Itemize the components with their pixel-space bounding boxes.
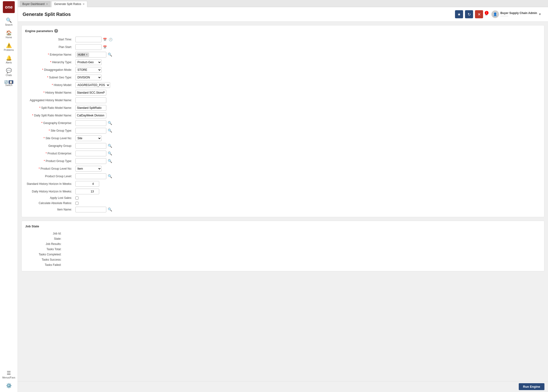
settings-icon: ⚙️ — [6, 383, 12, 388]
notification-badge: 1 — [485, 11, 489, 15]
sidebar-item-menus-label: Menus/Favs — [2, 376, 15, 379]
tab-bar: Buyer Dashboard ✕ Generate Split Ratios … — [18, 0, 548, 7]
item-name-search-button[interactable]: 🔍 — [107, 207, 113, 212]
site-group-type-input[interactable] — [75, 128, 106, 133]
enterprise-name-tag-input[interactable]: HUB4 ✕ — [75, 52, 106, 57]
state-label: State: — [25, 236, 63, 241]
field-aggregated-history-model-name: Aggregated History Model Name: — [25, 97, 541, 104]
plan-start-calendar-button[interactable]: 📅 — [102, 45, 107, 49]
plan-start-input[interactable] — [75, 44, 101, 50]
geography-enterprise-label: Geography Enterprise: — [25, 119, 74, 127]
sidebar-item-search[interactable]: 🔍 Search — [0, 15, 18, 28]
calculate-absolute-ratios-checkbox[interactable] — [75, 202, 79, 205]
user-profile[interactable]: 👤 Buyer Supply Chain Admin ············ … — [490, 9, 543, 19]
logo-text: one — [5, 5, 13, 10]
product-enterprise-search-button[interactable]: 🔍 — [107, 151, 113, 156]
field-apply-lost-sales: Apply Lost Sales: — [25, 195, 541, 201]
field-product-enterprise: Product Enterprise: 🔍 — [25, 150, 541, 157]
aggregated-history-model-name-input[interactable] — [75, 98, 106, 103]
product-group-type-input[interactable] — [75, 158, 106, 164]
tasks-failed-row: Tasks Failed: — [25, 262, 541, 267]
site-group-type-search-button[interactable]: 🔍 — [107, 128, 113, 133]
start-time-input[interactable] — [75, 37, 101, 42]
standard-history-horizon-input[interactable] — [75, 181, 99, 187]
tab-buyer-dashboard-close[interactable]: ✕ — [46, 3, 48, 6]
sidebar-item-home-label: Home — [6, 36, 12, 39]
subnet-geo-type-select[interactable]: DIVISION STORE DC — [75, 75, 101, 80]
sidebar-item-home[interactable]: 🏠 Home — [0, 28, 18, 41]
product-group-level-no-select[interactable]: Item Class Dept — [75, 166, 101, 172]
enterprise-name-search-button[interactable]: 🔍 — [107, 52, 113, 57]
product-group-level-search-button[interactable]: 🔍 — [107, 174, 113, 179]
job-id-row: Job Id: — [25, 231, 541, 236]
geography-enterprise-input[interactable] — [75, 120, 106, 126]
engine-parameters-form: Start Time: 📅 🕐 Plan Start: — [25, 36, 541, 213]
field-split-ratio-model-name: Split Ratio Model Name: — [25, 104, 541, 112]
apply-lost-sales-checkbox[interactable] — [75, 196, 79, 200]
sidebar: one 🔍 Search 🏠 Home ⚠️ Problems 🔔 Alerts… — [0, 0, 18, 392]
start-time-label: Start Time: — [25, 36, 74, 43]
sidebar-item-problems[interactable]: ⚠️ Problems — [0, 41, 18, 53]
start-time-input-cell: 📅 🕐 — [74, 36, 541, 43]
standard-history-horizon-input-cell — [74, 180, 541, 188]
daily-history-horizon-input[interactable] — [75, 189, 99, 194]
enterprise-name-tag-value: HUB4 — [78, 53, 85, 56]
product-group-type-search-button[interactable]: 🔍 — [107, 158, 113, 164]
close-button[interactable]: ✕ — [475, 10, 483, 18]
geography-group-input[interactable] — [75, 143, 106, 149]
sidebar-item-menus[interactable]: ☰ Menus/Favs — [0, 368, 18, 381]
split-ratio-model-name-input[interactable] — [75, 105, 106, 111]
job-results-row: Job Results: — [25, 241, 541, 247]
daily-split-ratio-model-name-input[interactable] — [75, 113, 106, 118]
start-time-clock-button[interactable]: 🕐 — [108, 37, 113, 42]
disaggregation-mode-select[interactable]: STORE DC BOTH — [75, 67, 101, 73]
tasks-completed-row: Tasks Completed: — [25, 252, 541, 257]
sidebar-item-problems-label: Problems — [4, 49, 14, 51]
state-value — [63, 236, 541, 241]
enterprise-name-tag-remove[interactable]: ✕ — [86, 53, 88, 56]
tasks-completed-value — [63, 252, 541, 257]
help-icon[interactable]: ? — [54, 29, 58, 33]
geography-group-search-button[interactable]: 🔍 — [107, 143, 113, 148]
tab-generate-split-ratios-close[interactable]: ✕ — [83, 3, 85, 6]
daily-history-horizon-input-cell — [74, 188, 541, 195]
run-engine-button[interactable]: Run Engine — [519, 383, 544, 390]
tab-generate-split-ratios[interactable]: Generate Split Ratios ✕ — [51, 1, 87, 7]
site-group-level-no-select[interactable]: Site Division Region — [75, 135, 101, 141]
product-enterprise-input[interactable] — [75, 151, 106, 156]
site-group-type-label: Site Group Type: — [25, 127, 74, 134]
history-model-name-input[interactable] — [75, 90, 106, 96]
refresh-button[interactable]: ↻ — [465, 10, 473, 18]
sidebar-item-settings[interactable]: ⚙️ — [0, 381, 18, 391]
geography-enterprise-search-button[interactable]: 🔍 — [107, 120, 113, 126]
switch-icons: 🔄 📋 — [4, 80, 13, 84]
user-name: Buyer Supply Chain Admin — [500, 11, 537, 15]
history-model-input-cell: AGGREGATED_POS STORE_POS — [74, 81, 541, 89]
sidebar-item-switch[interactable]: 🔄 📋 Switch — [0, 78, 18, 88]
hierarchy-type-select[interactable]: Product-Geo Product Geo — [75, 59, 101, 65]
tab-buyer-dashboard[interactable]: Buyer Dashboard ✕ — [20, 1, 51, 7]
aggregated-history-model-name-label: Aggregated History Model Name: — [25, 97, 74, 104]
product-group-level-label: Product Group Level: — [25, 173, 74, 180]
product-group-level-input-cell: 🔍 — [74, 173, 541, 180]
product-group-level-input[interactable] — [75, 173, 106, 179]
field-geography-enterprise: Geography Enterprise: 🔍 — [25, 119, 541, 127]
disaggregation-mode-label: Disaggregation Mode: — [25, 66, 74, 74]
sidebar-item-chats[interactable]: 💬 Chats — [0, 66, 18, 78]
hierarchy-type-input-cell: Product-Geo Product Geo — [74, 58, 541, 66]
history-model-label: History Model: — [25, 81, 74, 89]
calculate-absolute-ratios-input-cell — [74, 201, 541, 206]
job-id-value — [63, 231, 541, 236]
history-model-select[interactable]: AGGREGATED_POS STORE_POS — [75, 82, 110, 88]
app-logo[interactable]: one — [3, 1, 15, 13]
subnet-geo-type-label: Subnet Geo Type: — [25, 74, 74, 81]
tasks-success-row: Tasks Success: — [25, 257, 541, 262]
sidebar-item-alerts[interactable]: 🔔 Alerts — [0, 53, 18, 66]
daily-split-ratio-model-name-input-cell — [74, 112, 541, 119]
start-time-calendar-button[interactable]: 📅 — [102, 37, 107, 42]
geography-group-input-cell: 🔍 — [74, 142, 541, 150]
item-name-input[interactable] — [75, 207, 106, 212]
main-area: Buyer Dashboard ✕ Generate Split Ratios … — [18, 0, 548, 392]
sidebar-item-switch-label: Switch — [5, 84, 12, 86]
star-button[interactable]: ★ — [455, 10, 463, 18]
